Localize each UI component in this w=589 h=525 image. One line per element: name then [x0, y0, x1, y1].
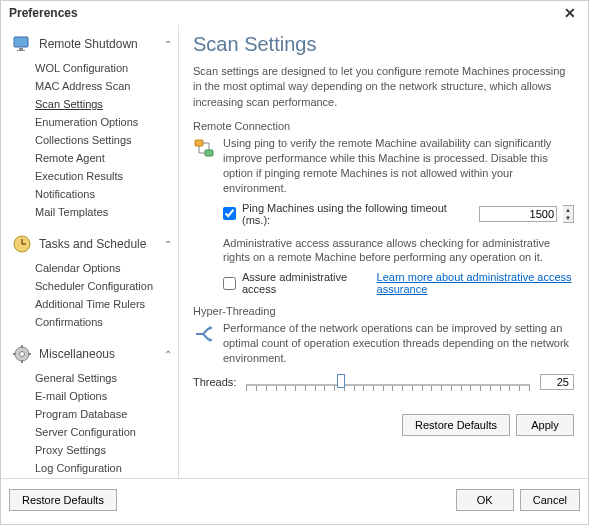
intro-text: Scan settings are designed to let you co… — [193, 64, 574, 110]
nav-items-tasks-schedule: Calendar Options Scheduler Configuration… — [5, 259, 178, 331]
sidebar-item-system-tray[interactable]: System Tray — [31, 477, 178, 478]
main-panel: Scan Settings Scan settings are designed… — [179, 25, 588, 478]
slider-thumb[interactable] — [337, 374, 345, 388]
ping-label: Ping Machines using the following timeou… — [242, 202, 467, 226]
spinner-down-icon[interactable]: ▼ — [563, 214, 573, 222]
page-title: Scan Settings — [193, 33, 574, 56]
sidebar-item-general-settings[interactable]: General Settings — [31, 369, 178, 387]
svg-marker-14 — [209, 326, 213, 330]
sidebar-item-remote-agent[interactable]: Remote Agent — [31, 149, 178, 167]
nav-header-miscellaneous[interactable]: Miscellaneous ⌃ — [5, 339, 178, 369]
sidebar-item-confirmations[interactable]: Confirmations — [31, 313, 178, 331]
sidebar-item-mac-address-scan[interactable]: MAC Address Scan — [31, 77, 178, 95]
hyper-threading-body: Performance of the network operations ca… — [193, 321, 574, 366]
threads-slider[interactable] — [246, 378, 530, 386]
window-title: Preferences — [9, 6, 78, 20]
svg-rect-1 — [19, 48, 23, 50]
remote-connection-heading: Remote Connection — [193, 120, 574, 132]
sidebar-item-proxy-settings[interactable]: Proxy Settings — [31, 441, 178, 459]
close-icon[interactable]: ✕ — [560, 5, 580, 21]
nav-items-remote-shutdown: WOL Configuration MAC Address Scan Scan … — [5, 59, 178, 221]
svg-rect-2 — [17, 50, 25, 51]
timeout-input[interactable] — [479, 206, 557, 222]
ping-checkbox[interactable] — [223, 207, 236, 220]
dialog-footer: Restore Defaults OK Cancel — [1, 478, 588, 520]
learn-more-link[interactable]: Learn more about administrative access a… — [377, 271, 574, 295]
nav-header-label: Miscellaneous — [39, 347, 115, 361]
monitor-icon — [11, 33, 33, 55]
clock-icon — [11, 233, 33, 255]
sidebar-item-wol-configuration[interactable]: WOL Configuration — [31, 59, 178, 77]
remote-connection-body: Using ping to verify the remote Machine … — [193, 136, 574, 195]
sidebar-item-collections-settings[interactable]: Collections Settings — [31, 131, 178, 149]
svg-rect-13 — [205, 150, 213, 156]
svg-rect-12 — [195, 140, 203, 146]
nav-header-tasks-schedule[interactable]: Tasks and Schedule ⌃ — [5, 229, 178, 259]
content-area: Remote Shutdown ⌃ WOL Configuration MAC … — [1, 25, 588, 478]
threads-label: Threads: — [193, 376, 236, 388]
chevron-up-icon: ⌃ — [164, 239, 172, 250]
chevron-up-icon: ⌃ — [164, 39, 172, 50]
spinner-up-icon[interactable]: ▲ — [563, 206, 573, 214]
title-bar: Preferences ✕ — [1, 1, 588, 25]
hyper-threading-heading: Hyper-Threading — [193, 305, 574, 317]
nav-group-miscellaneous: Miscellaneous ⌃ General Settings E-mail … — [5, 339, 178, 478]
timeout-spinner[interactable]: ▲ ▼ — [563, 205, 574, 223]
sidebar-item-enumeration-options[interactable]: Enumeration Options — [31, 113, 178, 131]
sidebar-item-scan-settings[interactable]: Scan Settings — [31, 95, 178, 113]
sidebar: Remote Shutdown ⌃ WOL Configuration MAC … — [1, 25, 179, 478]
nav-header-label: Remote Shutdown — [39, 37, 138, 51]
sidebar-item-calendar-options[interactable]: Calendar Options — [31, 259, 178, 277]
svg-point-7 — [20, 352, 25, 357]
chevron-up-icon: ⌃ — [164, 349, 172, 360]
svg-marker-15 — [209, 338, 213, 342]
sidebar-item-email-options[interactable]: E-mail Options — [31, 387, 178, 405]
svg-rect-0 — [14, 37, 28, 47]
branch-icon — [193, 321, 215, 366]
assure-checkbox[interactable] — [223, 277, 236, 290]
sidebar-item-server-configuration[interactable]: Server Configuration — [31, 423, 178, 441]
nav-items-miscellaneous: General Settings E-mail Options Program … — [5, 369, 178, 478]
sidebar-item-mail-templates[interactable]: Mail Templates — [31, 203, 178, 221]
network-icon — [193, 136, 215, 195]
remote-connection-desc: Using ping to verify the remote Machine … — [223, 136, 574, 195]
restore-defaults-button[interactable]: Restore Defaults — [402, 414, 510, 436]
ping-row: Ping Machines using the following timeou… — [223, 202, 574, 226]
nav-group-tasks-schedule: Tasks and Schedule ⌃ Calendar Options Sc… — [5, 229, 178, 331]
admin-desc: Administrative access assurance allows c… — [223, 236, 574, 266]
threads-value-input[interactable] — [540, 374, 574, 390]
sidebar-item-execution-results[interactable]: Execution Results — [31, 167, 178, 185]
nav-header-label: Tasks and Schedule — [39, 237, 146, 251]
ok-button[interactable]: OK — [456, 489, 514, 511]
sidebar-item-program-database[interactable]: Program Database — [31, 405, 178, 423]
hyper-threading-desc: Performance of the network operations ca… — [223, 321, 574, 366]
main-footer: Restore Defaults Apply — [402, 414, 574, 436]
assure-row: Assure administrative access Learn more … — [223, 271, 574, 295]
nav-group-remote-shutdown: Remote Shutdown ⌃ WOL Configuration MAC … — [5, 29, 178, 221]
sidebar-item-log-configuration[interactable]: Log Configuration — [31, 459, 178, 477]
nav-header-remote-shutdown[interactable]: Remote Shutdown ⌃ — [5, 29, 178, 59]
apply-button[interactable]: Apply — [516, 414, 574, 436]
gear-icon — [11, 343, 33, 365]
threads-row: Threads: — [193, 374, 574, 390]
sidebar-item-notifications[interactable]: Notifications — [31, 185, 178, 203]
sidebar-item-additional-time-rulers[interactable]: Additional Time Rulers — [31, 295, 178, 313]
sidebar-item-scheduler-configuration[interactable]: Scheduler Configuration — [31, 277, 178, 295]
restore-defaults-global-button[interactable]: Restore Defaults — [9, 489, 117, 511]
assure-label: Assure administrative access — [242, 271, 355, 295]
cancel-button[interactable]: Cancel — [520, 489, 580, 511]
